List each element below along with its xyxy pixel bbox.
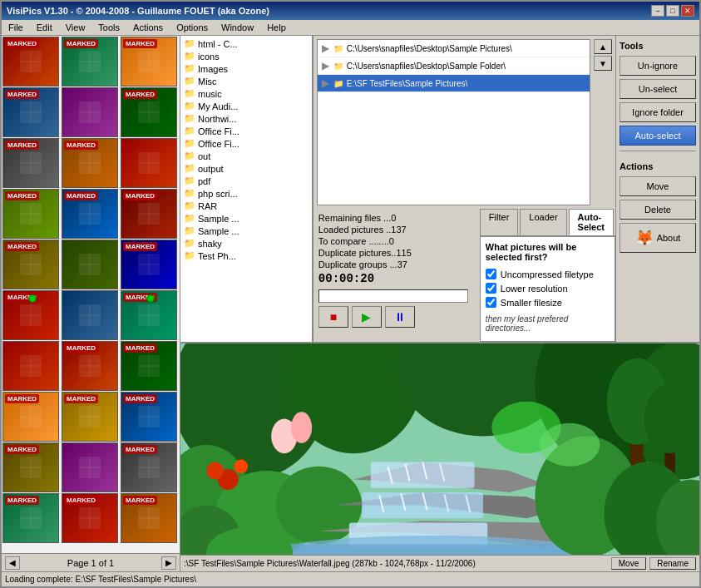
list-item[interactable]: 📁Northwi... bbox=[182, 112, 310, 125]
menu-view[interactable]: View bbox=[59, 21, 92, 34]
list-item[interactable]: MARKED bbox=[121, 189, 177, 239]
auto-select-button[interactable]: Auto-select bbox=[620, 126, 696, 146]
list-item[interactable]: MARKED bbox=[121, 290, 177, 340]
about-button[interactable]: 🦊 About bbox=[620, 223, 696, 253]
groups-stat: Duplicate groups ...37 bbox=[318, 259, 475, 270]
list-item[interactable]: 📁music bbox=[182, 87, 310, 100]
list-item[interactable]: MARKED bbox=[2, 87, 59, 137]
list-item[interactable]: MARKED bbox=[62, 493, 118, 543]
list-item[interactable] bbox=[62, 442, 118, 492]
folder-icon: 📁 bbox=[184, 200, 195, 211]
list-item[interactable]: MARKED bbox=[62, 37, 118, 86]
maximize-button[interactable]: □ bbox=[666, 5, 679, 17]
list-item[interactable]: MARKED bbox=[121, 87, 177, 137]
list-item[interactable] bbox=[62, 290, 118, 340]
list-item[interactable]: 📁My Audi... bbox=[182, 100, 310, 112]
list-item[interactable]: 📁html - C... bbox=[182, 37, 310, 50]
tab-filter[interactable]: Filter bbox=[480, 209, 518, 235]
list-item[interactable]: 📁Images bbox=[182, 62, 310, 75]
svg-point-131 bbox=[540, 423, 600, 467]
status-move-button[interactable]: Move bbox=[611, 557, 646, 570]
path-list: ▶📁C:\Users\snapfiles\Desktop\Sample Pict… bbox=[317, 39, 590, 205]
list-item[interactable]: 📁out bbox=[182, 150, 310, 162]
list-item[interactable]: 📁Sample ... bbox=[182, 225, 310, 237]
list-item[interactable]: MARKED bbox=[121, 37, 177, 86]
list-item[interactable]: 📁Test Ph... bbox=[182, 250, 310, 262]
list-item[interactable]: MARKED bbox=[2, 442, 59, 492]
thumb-next-button[interactable]: ▶ bbox=[161, 556, 176, 570]
status-rename-button[interactable]: Rename bbox=[649, 557, 696, 570]
checkbox-uncompressed: Uncompressed filetype bbox=[486, 267, 610, 281]
list-item[interactable]: MARKED bbox=[2, 240, 59, 289]
list-item[interactable]: 📁Office Fi... bbox=[182, 137, 310, 150]
menu-edit[interactable]: Edit bbox=[30, 21, 59, 34]
delete-button[interactable]: Delete bbox=[620, 200, 696, 220]
list-item[interactable]: MARKED bbox=[2, 493, 59, 543]
path-up-button[interactable]: ▲ bbox=[594, 39, 612, 54]
list-item[interactable]: MARKED bbox=[121, 493, 177, 543]
uncompressed-checkbox[interactable] bbox=[486, 269, 496, 279]
list-item[interactable]: MARKED bbox=[2, 189, 59, 239]
list-item[interactable]: MARKED bbox=[62, 189, 118, 239]
list-item[interactable]: 📁Office Fi... bbox=[182, 125, 310, 137]
list-item[interactable] bbox=[62, 87, 118, 137]
list-item[interactable]: 📁pdf bbox=[182, 175, 310, 187]
list-item[interactable]: 📁icons bbox=[182, 50, 310, 62]
list-item[interactable] bbox=[62, 240, 118, 289]
menu-tools[interactable]: Tools bbox=[91, 21, 126, 34]
un-ignore-button[interactable]: Un-ignore bbox=[620, 56, 696, 76]
minimize-button[interactable]: − bbox=[651, 5, 664, 17]
thumb-prev-button[interactable]: ◀ bbox=[5, 556, 20, 570]
list-item[interactable]: MARKED bbox=[121, 392, 177, 442]
menu-options[interactable]: Options bbox=[170, 21, 215, 34]
list-item[interactable]: MARKED bbox=[2, 290, 59, 340]
title-bar: VisiPics V1.30 - © 2004-2008 - Guillaume… bbox=[2, 2, 699, 20]
pause-button[interactable]: ⏸ bbox=[385, 306, 415, 328]
list-item[interactable]: MARKED bbox=[62, 138, 118, 188]
menu-help[interactable]: Help bbox=[260, 21, 293, 34]
ignore-folder-button[interactable]: Ignore folder bbox=[620, 102, 696, 122]
lower-res-label: Lower resolution bbox=[501, 284, 568, 294]
list-item[interactable]: ▶📁E:\SF TestFiles\Sample Pictures\ bbox=[318, 75, 590, 92]
list-item[interactable]: MARKED bbox=[121, 442, 177, 492]
move-button[interactable]: Move bbox=[620, 176, 696, 196]
loaded-stat: Loaded pictures ..137 bbox=[318, 224, 475, 235]
filter-section: Filter Loader Auto-Select What pictures … bbox=[480, 209, 615, 342]
thumbnail-navigation: ◀ Page 1 of 1 ▶ bbox=[2, 553, 180, 571]
right-area: 📁html - C...📁icons📁Images📁Misc📁music📁My … bbox=[180, 36, 699, 571]
list-item[interactable]: 📁output bbox=[182, 162, 310, 175]
list-item[interactable]: ▶📁C:\Users\snapfiles\Desktop\Sample Fold… bbox=[318, 57, 590, 75]
list-item[interactable]: MARKED bbox=[2, 392, 59, 442]
list-item[interactable]: 📁php scri... bbox=[182, 187, 310, 200]
tab-auto-select[interactable]: Auto-Select bbox=[569, 209, 614, 235]
un-select-button[interactable]: Un-select bbox=[620, 79, 696, 99]
folder-tree: 📁html - C...📁icons📁Images📁Misc📁music📁My … bbox=[180, 36, 313, 342]
tab-loader[interactable]: Loader bbox=[520, 209, 566, 235]
list-item[interactable]: MARKED bbox=[2, 138, 59, 188]
list-item[interactable]: 📁Misc bbox=[182, 75, 310, 87]
about-label: About bbox=[657, 233, 681, 243]
list-item[interactable]: MARKED bbox=[2, 37, 59, 86]
list-item[interactable] bbox=[2, 341, 59, 391]
content-area: MARKEDMARKEDMARKEDMARKEDMARKEDMARKEDMARK… bbox=[2, 36, 699, 571]
smaller-file-checkbox[interactable] bbox=[486, 297, 496, 308]
menu-actions[interactable]: Actions bbox=[126, 21, 170, 34]
lower-res-checkbox[interactable] bbox=[486, 283, 496, 294]
menu-file[interactable]: File bbox=[2, 21, 30, 34]
list-item[interactable] bbox=[121, 138, 177, 188]
list-item[interactable]: 📁shaky bbox=[182, 237, 310, 250]
close-button[interactable]: ✕ bbox=[681, 5, 694, 17]
play-button[interactable]: ▶ bbox=[352, 306, 382, 328]
stats-filter-area: Remaining files ...0 Loaded pictures ..1… bbox=[313, 209, 615, 342]
list-item[interactable]: MARKED bbox=[121, 341, 177, 391]
list-item[interactable]: 📁Sample ... bbox=[182, 212, 310, 225]
stop-button[interactable]: ■ bbox=[318, 306, 348, 328]
list-item[interactable]: MARKED bbox=[121, 240, 177, 289]
list-item[interactable]: ▶📁C:\Users\snapfiles\Desktop\Sample Pict… bbox=[318, 40, 590, 57]
menu-window[interactable]: Window bbox=[215, 21, 260, 34]
list-item[interactable]: MARKED bbox=[62, 392, 118, 442]
list-item[interactable]: 📁RAR bbox=[182, 200, 310, 212]
list-item[interactable]: MARKED bbox=[62, 341, 118, 391]
auto-select-title: What pictures will be selected first? bbox=[486, 242, 610, 262]
path-down-button[interactable]: ▼ bbox=[594, 56, 612, 71]
